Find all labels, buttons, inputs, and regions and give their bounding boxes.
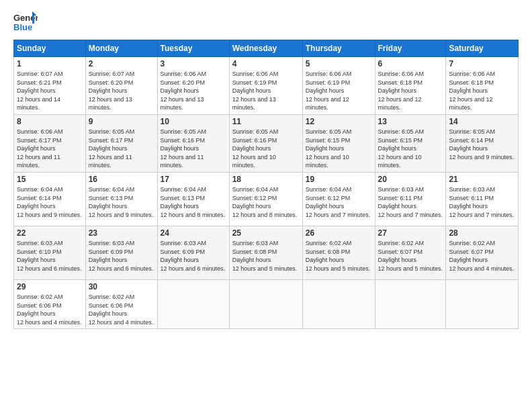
day-info: Sunrise: 6:03 AMSunset: 6:11 PMDaylight … xyxy=(378,186,443,218)
calendar-cell: 18 Sunrise: 6:04 AMSunset: 6:12 PMDaylig… xyxy=(229,172,302,226)
calendar-cell: 13 Sunrise: 6:05 AMSunset: 6:15 PMDaylig… xyxy=(375,114,446,172)
day-info: Sunrise: 6:05 AMSunset: 6:15 PMDaylight … xyxy=(378,128,425,169)
calendar-cell: 21 Sunrise: 6:03 AMSunset: 6:11 PMDaylig… xyxy=(446,172,519,226)
svg-text:Blue: Blue xyxy=(13,22,32,32)
day-info: Sunrise: 6:03 AMSunset: 6:09 PMDaylight … xyxy=(89,240,154,272)
calendar-cell: 1 Sunrise: 6:07 AMSunset: 6:21 PMDayligh… xyxy=(14,57,86,115)
weekday-header-friday: Friday xyxy=(375,40,446,57)
day-info: Sunrise: 6:03 AMSunset: 6:10 PMDaylight … xyxy=(17,240,82,272)
calendar-cell xyxy=(375,279,446,328)
day-number: 10 xyxy=(161,117,226,126)
day-info: Sunrise: 6:03 AMSunset: 6:09 PMDaylight … xyxy=(161,240,226,272)
day-number: 17 xyxy=(161,175,226,184)
calendar-cell: 14 Sunrise: 6:05 AMSunset: 6:14 PMDaylig… xyxy=(446,114,519,172)
day-info: Sunrise: 6:04 AMSunset: 6:12 PMDaylight … xyxy=(232,186,298,218)
day-number: 26 xyxy=(306,228,372,238)
day-number: 25 xyxy=(232,228,300,238)
calendar-cell: 23 Sunrise: 6:03 AMSunset: 6:09 PMDaylig… xyxy=(85,226,157,279)
day-info: Sunrise: 6:05 AMSunset: 6:17 PMDaylight … xyxy=(89,128,135,169)
day-info: Sunrise: 6:05 AMSunset: 6:14 PMDaylight … xyxy=(449,128,514,161)
calendar-week-1: 1 Sunrise: 6:07 AMSunset: 6:21 PMDayligh… xyxy=(14,57,519,115)
calendar-week-4: 22 Sunrise: 6:03 AMSunset: 6:10 PMDaylig… xyxy=(14,226,519,279)
calendar-cell: 29 Sunrise: 6:02 AMSunset: 6:06 PMDaylig… xyxy=(14,279,86,328)
calendar-cell xyxy=(446,279,519,328)
day-info: Sunrise: 6:04 AMSunset: 6:12 PMDaylight … xyxy=(306,186,371,218)
general-blue-logo: General Blue xyxy=(13,10,38,34)
day-number: 4 xyxy=(232,59,300,68)
day-number: 15 xyxy=(17,175,83,184)
weekday-header-saturday: Saturday xyxy=(446,40,519,57)
day-info: Sunrise: 6:02 AMSunset: 6:07 PMDaylight … xyxy=(449,240,514,272)
day-number: 14 xyxy=(449,117,515,126)
day-number: 6 xyxy=(378,59,443,68)
day-info: Sunrise: 6:05 AMSunset: 6:16 PMDaylight … xyxy=(232,128,279,169)
calendar-week-3: 15 Sunrise: 6:04 AMSunset: 6:14 PMDaylig… xyxy=(14,172,519,226)
weekday-header-wednesday: Wednesday xyxy=(229,40,302,57)
calendar-header-row: SundayMondayTuesdayWednesdayThursdayFrid… xyxy=(14,40,519,57)
day-number: 28 xyxy=(449,228,515,238)
day-info: Sunrise: 6:04 AMSunset: 6:13 PMDaylight … xyxy=(89,186,154,218)
weekday-header-thursday: Thursday xyxy=(302,40,375,57)
calendar-cell: 22 Sunrise: 6:03 AMSunset: 6:10 PMDaylig… xyxy=(14,226,86,279)
calendar-cell: 25 Sunrise: 6:03 AMSunset: 6:08 PMDaylig… xyxy=(229,226,302,279)
day-info: Sunrise: 6:04 AMSunset: 6:14 PMDaylight … xyxy=(17,186,82,218)
day-number: 1 xyxy=(17,59,83,68)
day-info: Sunrise: 6:07 AMSunset: 6:21 PMDaylight … xyxy=(17,71,63,111)
day-info: Sunrise: 6:03 AMSunset: 6:08 PMDaylight … xyxy=(232,240,298,272)
day-info: Sunrise: 6:06 AMSunset: 6:17 PMDaylight … xyxy=(17,128,63,169)
day-number: 16 xyxy=(89,175,154,184)
calendar-cell: 4 Sunrise: 6:06 AMSunset: 6:19 PMDayligh… xyxy=(229,57,302,115)
header: General Blue xyxy=(13,10,519,34)
day-number: 7 xyxy=(449,59,515,68)
calendar-cell: 2 Sunrise: 6:07 AMSunset: 6:20 PMDayligh… xyxy=(85,57,157,115)
calendar-cell: 20 Sunrise: 6:03 AMSunset: 6:11 PMDaylig… xyxy=(375,172,446,226)
day-info: Sunrise: 6:02 AMSunset: 6:08 PMDaylight … xyxy=(306,240,371,272)
day-number: 18 xyxy=(232,175,300,184)
day-info: Sunrise: 6:03 AMSunset: 6:11 PMDaylight … xyxy=(449,186,514,218)
calendar-cell: 11 Sunrise: 6:05 AMSunset: 6:16 PMDaylig… xyxy=(229,114,302,172)
day-number: 30 xyxy=(89,282,154,291)
page: General Blue SundayMondayTuesdayWednesda… xyxy=(0,0,532,411)
day-info: Sunrise: 6:05 AMSunset: 6:16 PMDaylight … xyxy=(161,128,207,169)
day-number: 27 xyxy=(378,228,443,238)
day-number: 29 xyxy=(17,282,83,291)
calendar-cell xyxy=(302,279,375,328)
calendar-cell: 8 Sunrise: 6:06 AMSunset: 6:17 PMDayligh… xyxy=(14,114,86,172)
weekday-header-sunday: Sunday xyxy=(14,40,86,57)
day-number: 24 xyxy=(161,228,226,238)
day-number: 11 xyxy=(232,117,300,126)
calendar-cell: 24 Sunrise: 6:03 AMSunset: 6:09 PMDaylig… xyxy=(157,226,229,279)
calendar-cell: 19 Sunrise: 6:04 AMSunset: 6:12 PMDaylig… xyxy=(302,172,375,226)
calendar-cell xyxy=(229,279,302,328)
day-number: 3 xyxy=(161,59,226,68)
day-info: Sunrise: 6:07 AMSunset: 6:20 PMDaylight … xyxy=(89,71,135,111)
day-number: 19 xyxy=(306,175,372,184)
day-number: 23 xyxy=(89,228,154,238)
calendar-cell: 26 Sunrise: 6:02 AMSunset: 6:08 PMDaylig… xyxy=(302,226,375,279)
day-number: 20 xyxy=(378,175,443,184)
day-number: 9 xyxy=(89,117,154,126)
calendar-cell: 7 Sunrise: 6:06 AMSunset: 6:18 PMDayligh… xyxy=(446,57,519,115)
day-number: 21 xyxy=(449,175,515,184)
calendar-cell: 6 Sunrise: 6:06 AMSunset: 6:18 PMDayligh… xyxy=(375,57,446,115)
day-info: Sunrise: 6:06 AMSunset: 6:19 PMDaylight … xyxy=(232,71,279,111)
weekday-header-monday: Monday xyxy=(85,40,157,57)
calendar-cell: 9 Sunrise: 6:05 AMSunset: 6:17 PMDayligh… xyxy=(85,114,157,172)
day-info: Sunrise: 6:04 AMSunset: 6:13 PMDaylight … xyxy=(161,186,226,218)
calendar-week-2: 8 Sunrise: 6:06 AMSunset: 6:17 PMDayligh… xyxy=(14,114,519,172)
day-number: 22 xyxy=(17,228,83,238)
calendar-cell: 30 Sunrise: 6:02 AMSunset: 6:06 PMDaylig… xyxy=(85,279,157,328)
day-number: 5 xyxy=(306,59,372,68)
calendar-cell: 12 Sunrise: 6:05 AMSunset: 6:15 PMDaylig… xyxy=(302,114,375,172)
day-info: Sunrise: 6:06 AMSunset: 6:20 PMDaylight … xyxy=(161,71,207,111)
calendar-cell: 15 Sunrise: 6:04 AMSunset: 6:14 PMDaylig… xyxy=(14,172,86,226)
day-info: Sunrise: 6:05 AMSunset: 6:15 PMDaylight … xyxy=(306,128,352,169)
day-number: 13 xyxy=(378,117,443,126)
calendar-cell: 27 Sunrise: 6:02 AMSunset: 6:07 PMDaylig… xyxy=(375,226,446,279)
day-info: Sunrise: 6:06 AMSunset: 6:18 PMDaylight … xyxy=(378,71,425,111)
logo: General Blue xyxy=(13,10,38,34)
calendar-cell: 28 Sunrise: 6:02 AMSunset: 6:07 PMDaylig… xyxy=(446,226,519,279)
day-info: Sunrise: 6:02 AMSunset: 6:06 PMDaylight … xyxy=(89,293,154,326)
day-info: Sunrise: 6:06 AMSunset: 6:18 PMDaylight … xyxy=(449,71,495,111)
calendar-cell: 5 Sunrise: 6:06 AMSunset: 6:19 PMDayligh… xyxy=(302,57,375,115)
